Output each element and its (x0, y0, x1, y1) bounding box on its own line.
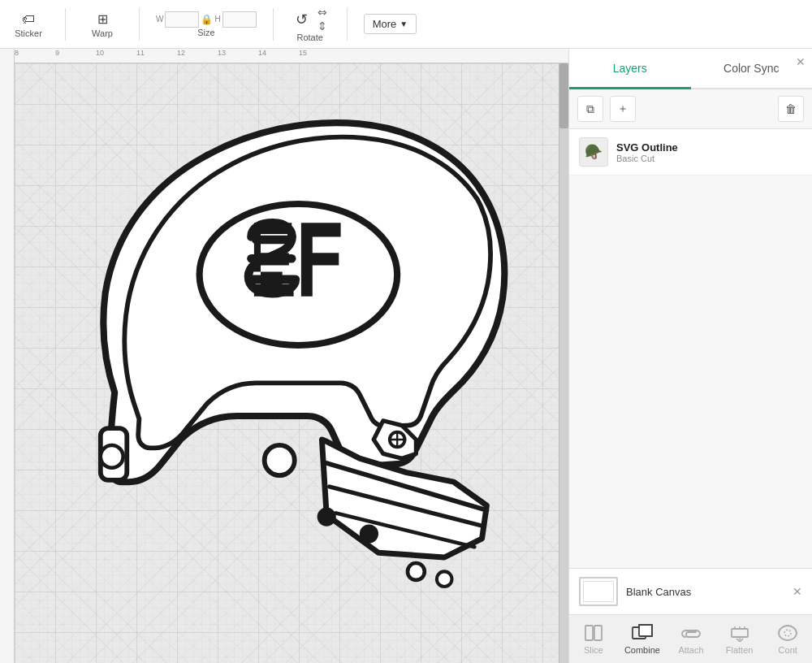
ruler-mark-10: 10 (96, 49, 104, 57)
combine-button[interactable]: Combine (620, 620, 665, 658)
ruler-mark-9: 9 (55, 49, 59, 57)
canvas-label: Blank Canvas (626, 586, 691, 598)
canvas-thumbnail (579, 577, 618, 606)
attach-label: Attach (678, 645, 703, 655)
duplicate-icon: ⧉ (586, 102, 594, 116)
contour-button[interactable]: Cont (766, 620, 810, 658)
svg-point-11 (361, 526, 378, 543)
panel-spacer (569, 176, 812, 568)
combine-icon (631, 623, 654, 643)
ruler-mark-8: 8 (15, 49, 19, 57)
slice-button[interactable]: Slice (571, 620, 615, 658)
svg-rect-14 (585, 626, 593, 640)
panel-tabs: Layers Color Sync ✕ (569, 49, 812, 89)
warp-icon: ⊞ (93, 11, 111, 28)
close-icon[interactable]: ✕ (796, 55, 806, 68)
delete-button[interactable]: 🗑 (778, 96, 804, 122)
scrollbar-thumb[interactable] (559, 63, 568, 128)
rotate-icon: ↺ (293, 11, 311, 28)
attach-button[interactable]: Attach (669, 620, 714, 658)
layer-sub: Basic Cut (616, 154, 802, 163)
flip-v-icon[interactable]: ⇕ (317, 20, 327, 32)
flatten-label: Flatten (726, 645, 754, 655)
main-layout: 8 9 10 11 12 13 14 15 (0, 49, 812, 663)
rotate-label: Rotate (296, 32, 322, 42)
combine-label: Combine (624, 645, 660, 655)
canvas-item[interactable]: Blank Canvas ✕ (569, 568, 812, 614)
ruler-mark-14: 14 (258, 49, 266, 57)
layer-item[interactable]: 🪖 SVG Outline Basic Cut (569, 129, 812, 176)
ruler-mark-11: 11 (136, 49, 145, 57)
tab-layers[interactable]: Layers (569, 49, 691, 88)
duplicate-button[interactable]: ⧉ (577, 96, 603, 122)
canvas-area[interactable]: 8 9 10 11 12 13 14 15 (0, 49, 568, 663)
slice-icon (582, 623, 605, 643)
flatten-button[interactable]: Flatten (717, 620, 762, 658)
svg-point-5 (200, 204, 398, 345)
ruler-mark-13: 13 (218, 49, 226, 57)
size-group: W 🔒 H Size (156, 11, 257, 37)
layer-name: SVG Outline (616, 141, 802, 154)
divider-2 (139, 8, 140, 41)
attach-icon (680, 623, 702, 643)
add-button[interactable]: ＋ (610, 96, 636, 122)
scrollbar-right[interactable] (559, 63, 568, 663)
ruler-mark-12: 12 (177, 49, 185, 57)
add-icon: ＋ (617, 102, 628, 116)
svg-rect-17 (639, 625, 652, 636)
layer-thumbnail: 🪖 (579, 137, 608, 167)
ruler-top: 8 9 10 11 12 13 14 15 (0, 49, 568, 63)
right-panel: Layers Color Sync ✕ ⧉ ＋ 🗑 🪖 (568, 49, 812, 663)
sticker-label: Sticker (15, 28, 42, 38)
svg-rect-18 (732, 629, 748, 637)
svg-point-12 (408, 563, 425, 580)
more-button[interactable]: More ▼ (364, 14, 417, 34)
ruler-left (0, 49, 15, 663)
layers-tab-label: Layers (613, 62, 647, 75)
width-input[interactable] (165, 11, 199, 28)
contour-icon (776, 623, 799, 643)
delete-icon: 🗑 (785, 102, 797, 115)
panel-toolbar: ⧉ ＋ 🗑 (569, 89, 812, 129)
divider-3 (273, 8, 274, 41)
svg-point-9 (265, 445, 295, 475)
warp-label: Warp (92, 28, 113, 38)
bottom-actions: Slice Combine Attach (569, 614, 812, 663)
slice-label: Slice (584, 645, 603, 655)
svg-point-13 (437, 571, 452, 587)
svg-point-10 (318, 509, 335, 526)
layer-info: SVG Outline Basic Cut (616, 141, 802, 163)
flatten-icon (728, 623, 751, 643)
rotate-group: ↺ ⇔ ⇕ Rotate (290, 6, 330, 42)
sticker-group: 🏷 Sticker (8, 11, 49, 38)
more-label: More (373, 18, 397, 30)
lock-icon: 🔒 (201, 14, 213, 25)
layer-thumb-icon: 🪖 (585, 143, 603, 161)
divider-4 (347, 8, 348, 41)
main-toolbar: 🏷 Sticker ⊞ Warp W 🔒 H Size ↺ ⇔ ⇕ (0, 0, 812, 49)
tab-color-sync[interactable]: Color Sync ✕ (691, 49, 813, 88)
height-input[interactable] (222, 11, 257, 28)
size-label: Size (197, 28, 214, 37)
svg-point-1 (101, 445, 123, 468)
svg-rect-15 (594, 626, 602, 640)
contour-label: Cont (779, 645, 797, 655)
helmet-image[interactable] (49, 89, 520, 601)
flip-h-icon[interactable]: ⇔ (317, 6, 327, 19)
divider-1 (65, 8, 66, 41)
warp-group: ⊞ Warp (82, 11, 123, 38)
ruler-mark-15: 15 (299, 49, 307, 57)
sticker-icon: 🏷 (19, 11, 37, 28)
canvas-close-icon[interactable]: ✕ (793, 585, 802, 598)
chevron-down-icon: ▼ (400, 20, 408, 28)
color-sync-tab-label: Color Sync (723, 62, 779, 75)
